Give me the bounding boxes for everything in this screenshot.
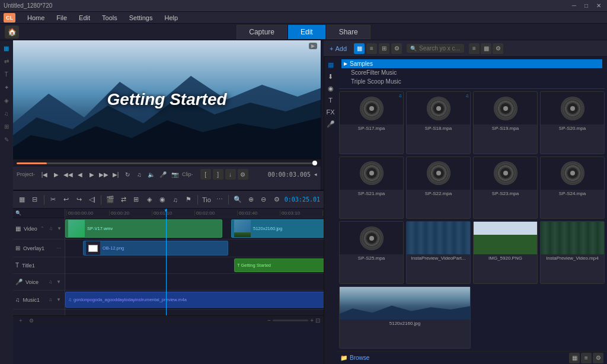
media-item-img5120[interactable]: 5120x2160.jpg <box>339 286 471 349</box>
menu-help[interactable]: Help <box>162 13 180 23</box>
play-button[interactable]: ▶ <box>52 170 61 179</box>
clip-music-main[interactable]: ♫ gordonpogoda_agooddaytodayinstrumental… <box>65 292 324 308</box>
panel-list-view[interactable]: ≡ <box>581 353 592 363</box>
progress-track[interactable] <box>17 162 317 164</box>
track-settings-button[interactable]: ⚙ <box>27 317 36 325</box>
split-button[interactable]: Tio <box>201 194 212 206</box>
add-media-button[interactable]: + Add <box>327 44 349 53</box>
zoom-in-btn[interactable]: + <box>310 317 314 324</box>
menu-edit[interactable]: Edit <box>76 13 92 23</box>
add-track-button[interactable]: + <box>17 317 25 325</box>
voice-expand-btn[interactable]: ▼ <box>55 279 62 286</box>
redo-button[interactable]: ↪ <box>74 194 85 206</box>
zoom-out-button[interactable]: ⊖ <box>258 194 269 206</box>
settings-button[interactable]: ⚙ <box>238 169 248 180</box>
volume-button[interactable]: ♫ <box>135 170 144 179</box>
zoom-slider-track[interactable] <box>273 320 308 321</box>
video-track-expand[interactable]: ▼ <box>56 225 63 232</box>
clip-spv17-1[interactable]: SP-V17.wmv <box>65 219 222 238</box>
motion-button[interactable]: ◈ <box>144 194 155 206</box>
left-icon-motions[interactable]: ◈ <box>1 95 12 106</box>
media-item-sp518[interactable]: ♫ SP-S18.mpa <box>406 91 471 154</box>
next-frame-button[interactable]: ▶ <box>87 170 97 179</box>
preview-slider[interactable] <box>13 159 321 167</box>
left-icon-effects[interactable]: ✦ <box>1 82 12 92</box>
voiceover-button[interactable]: 🎤 <box>158 170 168 179</box>
media-item-img5920[interactable]: IMG_5920.PNG <box>473 221 538 284</box>
search-input[interactable] <box>419 45 461 52</box>
overlay-button[interactable]: ⊞ <box>131 194 142 206</box>
menu-tools[interactable]: Tools <box>100 13 120 23</box>
clip-5120img[interactable]: 5120x2160.jpg <box>231 219 324 238</box>
panel-grid-view[interactable]: ▦ <box>569 353 580 363</box>
close-button[interactable]: ✕ <box>594 2 603 9</box>
overlay-lock-btn[interactable]: ⋯ <box>55 245 62 252</box>
tab-edit[interactable]: Edit <box>288 25 325 39</box>
music-expand-btn[interactable]: ▼ <box>55 296 62 304</box>
step-forward-button[interactable]: ▶▶ <box>99 170 108 179</box>
browse-button[interactable]: 📁 Browse <box>340 355 369 361</box>
nav-home-button[interactable]: 🏠 <box>5 25 19 39</box>
tab-capture[interactable]: Capture <box>237 25 287 39</box>
media-item-sp522[interactable]: SP-S22.mpa <box>406 157 471 219</box>
view-btn-3[interactable]: ⊞ <box>379 43 389 54</box>
repeat-button[interactable]: ↻ <box>123 170 132 179</box>
mark-in-button[interactable]: ◁| <box>87 194 97 206</box>
left-icon-text[interactable]: ✎ <box>1 134 12 145</box>
progress-thumb[interactable] <box>312 161 317 165</box>
rs-icon-media[interactable]: ▦ <box>325 59 336 70</box>
maximize-button[interactable]: □ <box>582 2 590 9</box>
add-to-timeline-button[interactable]: ↓ <box>225 169 236 180</box>
media-item-sp523[interactable]: SP-S23.mpa <box>473 157 538 219</box>
video-track-arrow[interactable]: ⌃ <box>39 225 46 232</box>
left-icon-titles[interactable]: T <box>1 69 12 79</box>
view-btn-2[interactable]: ≡ <box>366 43 377 54</box>
clip-getting-started[interactable]: T Getting Started <box>234 258 324 272</box>
tree-triplescoop[interactable]: Triple Scoop Music <box>341 77 602 86</box>
menu-settings[interactable]: Settings <box>127 13 155 23</box>
left-icon-media[interactable]: ▦ <box>1 43 12 53</box>
voice-volume-btn[interactable]: ♫ <box>47 279 54 286</box>
step-back-button[interactable]: ◀◀ <box>63 170 73 179</box>
media-item-sp517[interactable]: ♫ SP-S17.mpa <box>339 91 404 154</box>
zoom-in-button[interactable]: ⊕ <box>245 194 256 206</box>
zoom-fit-button[interactable]: 🔍 <box>232 194 243 206</box>
tree-scorefilter[interactable]: ScoreFilter Music <box>341 68 602 77</box>
panel-settings[interactable]: ⚙ <box>593 353 603 363</box>
detail-view-btn[interactable]: ≡ <box>469 43 480 54</box>
rs-icon-color[interactable]: ◉ <box>325 83 336 94</box>
media-item-instapreview2[interactable]: InstaPreview_Video.mp4 <box>540 221 605 284</box>
transitions-button[interactable]: ⇄ <box>118 194 129 206</box>
timeline-mode-button[interactable]: ▦ <box>17 194 27 206</box>
prev-frame-button[interactable]: ◀ <box>75 170 85 179</box>
settings-timeline-button[interactable]: ⚙ <box>271 194 282 206</box>
media-button[interactable]: 🎬 <box>105 194 116 206</box>
menu-file[interactable]: File <box>54 13 69 23</box>
mute-button[interactable]: 🔈 <box>146 170 156 179</box>
left-icon-pip[interactable]: ⊞ <box>1 121 12 132</box>
undo-button[interactable]: ↩ <box>61 194 72 206</box>
media-item-sp519[interactable]: SP-S19.mpa <box>473 91 538 154</box>
mark-out-button[interactable]: ] <box>213 169 223 180</box>
marker-button[interactable]: ⚑ <box>183 194 194 206</box>
mark-in-button[interactable]: [ <box>200 169 211 180</box>
zoom-out-btn[interactable]: − <box>267 317 271 324</box>
rs-icon-voice[interactable]: 🎤 <box>325 119 336 129</box>
video-track-volume[interactable]: ♫ <box>47 225 55 232</box>
rs-icon-import[interactable]: ⬇ <box>325 71 336 82</box>
play-to-start-button[interactable]: |◀ <box>40 170 49 179</box>
media-item-instapreview1[interactable]: InstaPreview_VideoPart... <box>406 221 471 284</box>
media-item-sp520[interactable]: SP-S20.mpa <box>540 91 605 154</box>
tree-samples[interactable]: ▶ Samples <box>341 59 602 68</box>
rs-icon-fx[interactable]: FX <box>325 107 336 117</box>
view-btn-4[interactable]: ⚙ <box>391 43 402 54</box>
snapshot-button[interactable]: 📷 <box>170 170 180 179</box>
left-icon-transitions[interactable]: ⇄ <box>1 56 12 66</box>
cut-button[interactable]: ✂ <box>48 194 59 206</box>
audio-button[interactable]: ♫ <box>170 194 181 206</box>
play-to-end-button[interactable]: ▶| <box>111 170 120 179</box>
zoom-fit-btn[interactable]: ⊡ <box>315 317 320 324</box>
clip-ob12[interactable]: OB-12.png <box>83 241 228 256</box>
tab-share[interactable]: Share <box>327 25 370 39</box>
more-button[interactable]: ⋯ <box>214 194 225 206</box>
